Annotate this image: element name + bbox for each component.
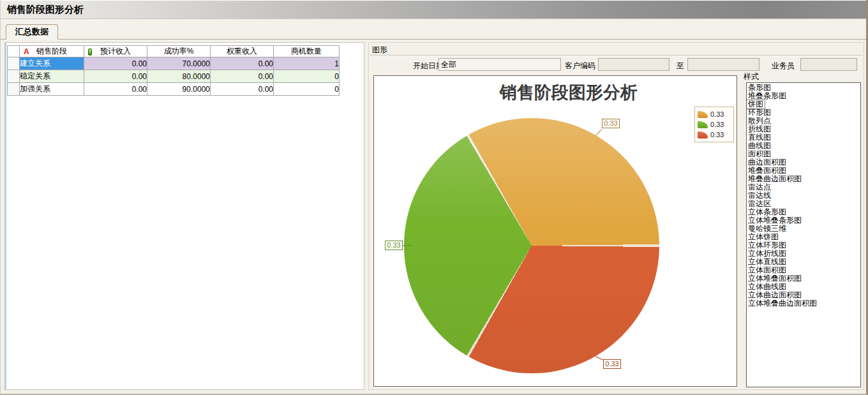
legend-item: 0.33 <box>698 119 731 130</box>
column-header-weighted[interactable]: 权重收入 <box>211 46 274 57</box>
cell-weighted[interactable]: 0.00 <box>211 83 274 96</box>
sales-stage-table: A 销售阶段 预计收入 成功率% 权重收入 商机数量 <box>7 45 340 96</box>
style-list[interactable]: 条形图堆叠条形图饼图环形图散列点折线图直线图曲线图面积图曲边面积图堆叠面积图堆叠… <box>746 82 861 387</box>
legend-value: 0.33 <box>710 131 724 138</box>
cell-count[interactable]: 0 <box>274 83 340 96</box>
chart-title: 销售阶段图形分析 <box>387 81 737 104</box>
callout-connector <box>402 245 412 246</box>
cell-expected[interactable]: 0.00 <box>84 70 147 83</box>
salesman-label: 业务员 <box>772 61 795 71</box>
pie[interactable] <box>404 118 659 373</box>
row-indicator <box>8 83 20 96</box>
salesman-input[interactable] <box>800 58 857 71</box>
column-header-label: 销售阶段 <box>36 47 67 56</box>
table-row[interactable]: 稳定关系 0.00 80.0000 0.00 0 <box>8 70 340 83</box>
cell-success[interactable]: 70.0000 <box>147 57 211 70</box>
grid-left-edge <box>5 43 6 389</box>
legend-value: 0.33 <box>710 121 724 128</box>
style-option[interactable]: 立体堆叠曲边面积图 <box>747 299 818 308</box>
tab-summary-data[interactable]: 汇总数据 <box>6 24 58 40</box>
legend-swatch-icon <box>698 121 708 128</box>
row-indicator-header <box>8 46 20 57</box>
graph-group-box: 图形 开始日期 客户编码 至 业务员 销售阶段图形分析 0.33 0.33 0.… <box>368 42 864 390</box>
customer-code-label: 客户编码 <box>565 61 595 71</box>
style-group-label: 样式 <box>744 71 759 82</box>
cell-stage-selected[interactable]: 建立关系 <box>20 57 84 70</box>
legend-value: 0.33 <box>710 110 724 118</box>
chart-legend: 0.33 0.33 0.33 <box>694 107 734 142</box>
cell-stage[interactable]: 稳定关系 <box>20 70 84 83</box>
cell-weighted[interactable]: 0.00 <box>211 70 274 83</box>
tab-strip-divider <box>1 39 866 40</box>
column-header-expected[interactable]: 预计收入 <box>84 46 147 57</box>
cell-expected[interactable]: 0.00 <box>84 83 147 96</box>
slice-value-callout: 0.33 <box>602 119 620 128</box>
callout-connector <box>595 129 602 136</box>
customer-code-to-input[interactable] <box>687 58 760 71</box>
cell-weighted[interactable]: 0.00 <box>211 57 274 70</box>
to-label: 至 <box>677 61 684 71</box>
cell-success[interactable]: 80.0000 <box>147 70 211 83</box>
pie-gloss <box>404 118 659 373</box>
table-row[interactable]: 加强关系 0.00 90.0000 0.00 0 <box>8 83 340 96</box>
column-header-label: 预计收入 <box>100 47 131 56</box>
cell-count[interactable]: 1 <box>274 57 340 70</box>
numeric-type-icon <box>88 48 92 56</box>
callout-connector <box>595 356 603 360</box>
legend-swatch-icon <box>698 131 708 138</box>
text-type-icon: A <box>24 47 29 56</box>
column-header-stage[interactable]: A 销售阶段 <box>20 46 84 57</box>
legend-item: 0.33 <box>698 130 731 140</box>
table-header-row: A 销售阶段 预计收入 成功率% 权重收入 商机数量 <box>8 46 340 57</box>
column-header-label: 成功率% <box>164 47 194 56</box>
column-header-count[interactable]: 商机数量 <box>274 46 340 57</box>
chart-canvas: 销售阶段图形分析 0.33 0.33 0.33 0.33 0.33 <box>373 75 737 387</box>
summary-grid-panel: A 销售阶段 预计收入 成功率% 权重收入 商机数量 <box>4 42 364 390</box>
legend-item: 0.33 <box>698 109 731 119</box>
app-window: 销售阶段图形分析 汇总数据 A 销售阶段 预计收入 成功率% 权重收入 <box>0 0 868 395</box>
cell-success[interactable]: 90.0000 <box>147 83 211 96</box>
customer-code-from-input[interactable] <box>598 58 670 71</box>
column-header-label: 权重收入 <box>227 47 257 56</box>
column-header-success[interactable]: 成功率% <box>147 46 211 57</box>
cell-stage[interactable]: 加强关系 <box>20 83 84 96</box>
column-header-label: 商机数量 <box>291 47 322 56</box>
slice-value-callout: 0.33 <box>385 241 403 250</box>
group-separator <box>370 55 863 56</box>
cell-count[interactable]: 0 <box>274 70 340 83</box>
row-indicator <box>8 57 20 70</box>
cell-expected[interactable]: 0.00 <box>84 57 147 70</box>
table-row[interactable]: 建立关系 0.00 70.0000 0.00 1 <box>8 57 340 70</box>
legend-swatch-icon <box>698 111 708 118</box>
title-bar: 销售阶段图形分析 <box>1 0 866 19</box>
slice-value-callout: 0.33 <box>603 359 621 369</box>
row-indicator <box>8 70 20 83</box>
page-title: 销售阶段图形分析 <box>7 4 84 16</box>
start-date-input[interactable] <box>438 58 561 71</box>
graph-group-label: 图形 <box>372 45 387 56</box>
